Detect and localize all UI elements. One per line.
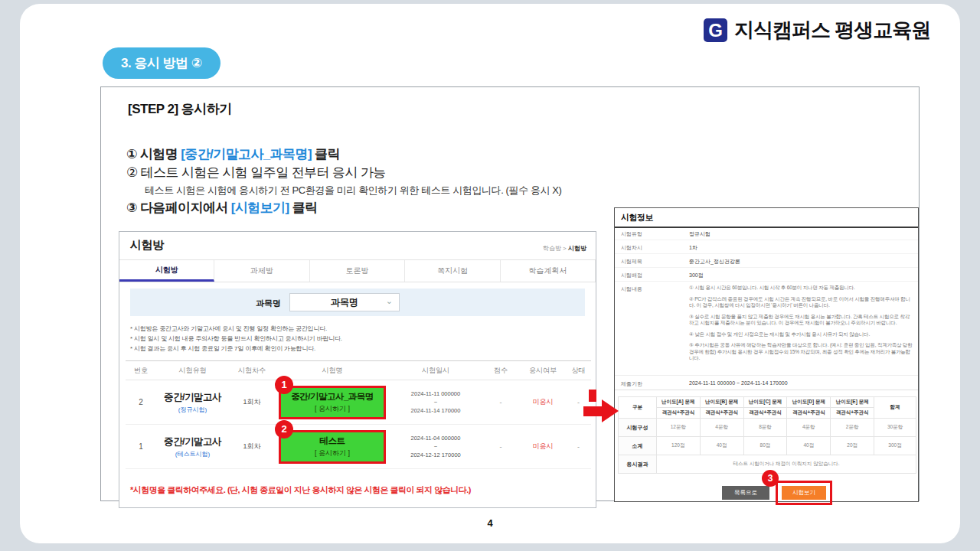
slide-card: G 지식캠퍼스 평생교육원 3. 응시 방법 ② [STEP 2] 응시하기 ①…: [20, 4, 960, 543]
breadcrumb-current: 시험방: [568, 245, 586, 252]
content-box: [STEP 2] 응시하기 ① 시험명 [중간/기말고사_과목명] 클릭 ② 테…: [100, 86, 920, 501]
cell-type: 중간/기말고사 (정규시험): [156, 391, 229, 414]
cell-score: -: [482, 443, 520, 451]
cell-score: -: [482, 399, 520, 406]
breadcrumb-separator: >: [561, 245, 568, 252]
cell-no: 1: [126, 442, 156, 451]
field-label: 시험유형: [621, 230, 642, 238]
test-exam-button[interactable]: 2 테스트 [ 응시하기 ]: [279, 430, 386, 464]
deadline-value: 2024-11-11 000000 ~ 2024-11-14 170000: [689, 380, 788, 386]
exam-name-label: 테스트: [320, 435, 345, 447]
step-title: [STEP 2] 응시하기: [128, 100, 232, 118]
cell-attempt: 미응시: [520, 442, 566, 452]
score-cell: 20점: [831, 437, 874, 455]
instruction-3-pre: 다음페이지에서: [140, 201, 231, 215]
cell-exam-name: 2 테스트 [ 응시하기 ]: [275, 430, 390, 464]
back-to-list-button[interactable]: 목록으로: [722, 486, 769, 500]
exam-name-button[interactable]: 1 중간/기말고사_과목명 [ 응시하기 ]: [279, 386, 386, 419]
date-separator: ~: [390, 442, 482, 451]
step-3-badge: 3: [762, 470, 779, 487]
breadcrumb-parent[interactable]: 학습방: [543, 245, 561, 252]
score-cell: 4문항: [700, 419, 743, 437]
tab-assignment-room[interactable]: 과제방: [214, 260, 309, 282]
page-number: 4: [0, 517, 980, 529]
step-2-badge: 2: [275, 420, 293, 439]
instruction-3-number: ③: [126, 201, 137, 215]
chevron-down-icon: ⌄: [386, 296, 393, 306]
field-value: 중간고사_정신건강론: [689, 258, 740, 266]
exam-table: 번호 시험유형 시험차수 시험명 시험일시 점수 응시여부 상태 2 중간/기말…: [126, 360, 591, 469]
field-label: 시험제목: [621, 258, 642, 266]
note-line: * 시험방은 중간고사와 기말고사에 응시 및 진행 일정 확인하는 공간입니다…: [130, 324, 342, 334]
instruction-1-pre: 시험명: [140, 147, 181, 161]
subject-filter-band: 과목명 과목명⌄: [130, 289, 585, 316]
red-highlight-box: [776, 481, 832, 505]
instruction-2-text: 테스트 시험은 시험 일주일 전부터 응시 가능: [141, 165, 386, 180]
score-cell: 40점: [787, 437, 831, 455]
score-cell: 80점: [743, 437, 787, 455]
subject-filter-label: 과목명: [256, 298, 281, 309]
cell-type: 중간/기말고사 (테스트시험): [156, 435, 229, 458]
col-header-no: 번호: [126, 366, 156, 376]
col-header-score: 점수: [482, 366, 520, 376]
col-header-date: 시험일시: [390, 366, 482, 376]
content-item: ③ 실수로 시험 문항을 풀지 않고 제출한 경우에도 재시험 응시는 불가합니…: [689, 314, 913, 327]
logo-text: 지식캠퍼스 평생교육원: [734, 17, 930, 44]
exam-info-screenshot: 시험정보 시험유형 정규시험 시험차시 1차 시험제목 중간고사_정신건강론 시…: [614, 207, 919, 502]
cell-date: 2024-11-11 000000 ~ 2024-11-14 170000: [390, 390, 482, 415]
field-label: 시험차시: [621, 244, 642, 252]
cell-round: 1회차: [229, 397, 275, 407]
date-end: 2024-11-14 170000: [390, 406, 482, 415]
cell-no: 2: [126, 398, 156, 406]
subject-select-value: 과목명: [331, 296, 358, 309]
logo: G 지식캠퍼스 평생교육원: [704, 17, 930, 44]
tab-study-plan[interactable]: 학습계획서: [501, 260, 596, 282]
exam-type: 중간/기말고사: [156, 391, 229, 404]
exam-content-notes: ① 시험 응시 시간은 60분입니다. 시험 시작 후 60분이 지나면 자동 …: [689, 285, 913, 367]
score-cell: 4문항: [787, 419, 831, 437]
date-start: 2024-11-11 000000: [390, 390, 482, 398]
instruction-3-post: 클릭: [289, 201, 318, 215]
score-cell: 8문항: [743, 419, 787, 437]
score-subheader: 객관식+주관식: [787, 408, 831, 419]
red-arrow-icon: [583, 399, 619, 422]
exam-info-buttons: 목록으로 시험보기 3: [615, 482, 918, 502]
score-col-total: 합계: [874, 397, 916, 419]
score-table: 구분 난이도[A] 문제 난이도[B] 문제 난이도[C] 문제 난이도[D] …: [618, 396, 916, 474]
field-value: 정규시험: [689, 230, 710, 238]
take-exam-label: [ 응시하기 ]: [315, 404, 350, 414]
content-item: ② PC가 갑작스레 종료된 경우에도 시험 시간은 계속 진행되므로, 바로 …: [689, 296, 913, 309]
instruction-1-post: 클릭: [312, 147, 340, 161]
subject-select[interactable]: 과목명⌄: [289, 293, 400, 311]
score-cell: 120점: [656, 437, 700, 455]
cell-attempt: 미응시: [520, 397, 566, 407]
field-value: 300점: [689, 272, 704, 279]
field-exam-type: 시험유형 정규시험: [615, 227, 918, 240]
score-col-difficulty-c: 난이도[C] 문제: [743, 397, 787, 408]
date-start: 2024-11-04 000000: [390, 434, 482, 442]
take-exam-label: [ 응시하기 ]: [315, 448, 350, 458]
field-exam-session: 시험차시 1차: [615, 240, 918, 254]
col-header-name: 시험명: [275, 366, 390, 376]
score-col-difficulty-a: 난이도[A] 문제: [656, 397, 700, 408]
score-cell-total: 30문항: [874, 419, 916, 437]
col-header-type: 시험유형: [156, 366, 229, 376]
cell-status: -: [566, 443, 591, 451]
exam-room-footnote: *시험명을 클릭하여주세요. (단, 시험 종료일이 지난 응시하지 않은 시험…: [130, 484, 471, 496]
instruction-1: ① 시험명 [중간/기말고사_과목명] 클릭: [126, 145, 340, 163]
cell-round: 1회차: [229, 442, 275, 452]
cell-date: 2024-11-04 000000 ~ 2024-12-12 170000: [390, 434, 482, 459]
score-col-group: 구분: [619, 397, 657, 419]
tab-exam-room[interactable]: 시험방: [119, 260, 214, 282]
tab-quiz[interactable]: 쪽지시험: [405, 260, 500, 282]
table-row: 1 중간/기말고사 (테스트시험) 1회차 2 테스트 [ 응시하기 ]: [126, 425, 591, 469]
table-row: 2 중간/기말고사 (정규시험) 1회차 1 중간/기말고사_과목명 [ 응시하…: [126, 380, 591, 425]
field-exam-points: 시험배점 300점: [615, 268, 918, 282]
instruction-1-highlight: [중간/기말고사_과목명]: [181, 147, 312, 161]
tab-bar: 시험방 과제방 토론방 쪽지시험 학습계획서: [119, 259, 596, 282]
instruction-2-sub: 테스트 시험은 시험에 응시하기 전 PC환경을 미리 확인하기 위한 테스트 …: [145, 184, 562, 197]
tab-discussion-room[interactable]: 토론방: [310, 260, 405, 282]
score-cell: 2문항: [831, 419, 874, 437]
section-badge: 3. 응시 방법 ②: [103, 47, 220, 79]
content-item: ④ 낮은 시험 점수 및 개인 사정으로는 재시험 및 추가시험 응시 사유가 …: [689, 331, 913, 338]
